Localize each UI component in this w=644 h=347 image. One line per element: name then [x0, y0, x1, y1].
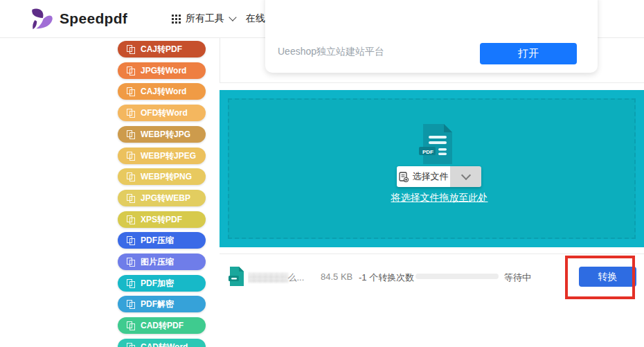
brand-name: Speedpdf: [60, 10, 127, 27]
open-button[interactable]: 打开: [480, 43, 577, 64]
sidebar-item-caj-to-pdf[interactable]: CAJ转PDF: [118, 41, 206, 57]
file-add-icon: [399, 172, 409, 182]
svg-text:PDF: PDF: [422, 149, 433, 155]
file-name: ▒▒▒▒▒▒▒么...: [248, 272, 319, 284]
convert-button[interactable]: 转换: [579, 267, 636, 287]
doc-convert-icon: [127, 215, 135, 224]
butterfly-logo-icon: [26, 7, 54, 30]
sidebar-item-webp-to-jpg[interactable]: WEBP转JPG: [118, 126, 206, 143]
chevron-down-icon: [460, 170, 470, 180]
choose-file-label: 选择文件: [413, 170, 449, 183]
sidebar-item-label: CAJ转Word: [141, 86, 186, 98]
conversion-quota: -1 个转换次数: [359, 272, 414, 284]
banner-divider: [220, 82, 644, 83]
content-left-divider: [220, 38, 220, 83]
choose-file-split-button: 选择文件: [397, 166, 481, 187]
ad-banner-card: Ueeshop独立站建站平台 打开: [265, 0, 598, 73]
doc-convert-icon: [127, 45, 135, 54]
file-size: 84.5 KB: [321, 272, 352, 282]
sidebar-item-pdf-decrypt[interactable]: PDF解密: [118, 296, 206, 312]
doc-convert-icon: [127, 343, 135, 347]
sidebar-item-caj-to-word[interactable]: CAJ转Word: [118, 83, 206, 100]
sidebar-item-label: PDF压缩: [141, 235, 174, 247]
progress-bar: [415, 274, 499, 279]
sidebar-item-ofd-to-word[interactable]: OFD转Word: [118, 105, 206, 121]
file-name-tail: 么...: [287, 272, 304, 283]
sidebar-item-label: CAD转Word: [141, 341, 188, 347]
status-text: 等待中: [504, 272, 531, 284]
choose-file-dropdown-toggle[interactable]: [450, 166, 481, 187]
sidebar-item-xps-to-pdf[interactable]: XPS转PDF: [118, 211, 206, 228]
sidebar-item-cad-to-word[interactable]: CAD转Word: [118, 339, 206, 347]
doc-convert-icon: [127, 109, 135, 118]
doc-convert-icon: [127, 172, 135, 181]
sidebar-item-label: OFD转Word: [141, 107, 188, 119]
doc-convert-icon: [127, 152, 135, 161]
chevron-down-icon: [229, 13, 236, 21]
sidebar-item-label: 图片压缩: [141, 256, 174, 268]
document-icon: [229, 267, 244, 286]
upload-dropzone[interactable]: PDF 选择文件: [220, 90, 644, 247]
doc-convert-icon: [127, 87, 135, 96]
sidebar-item-image-compress[interactable]: 图片压缩: [118, 253, 206, 270]
speedpdf-page: Speedpdf 所有工具 在线转换 文库 压缩 安全 合并: [0, 0, 644, 347]
sidebar-item-label: PDF加密: [141, 278, 174, 290]
sidebar-item-webp-to-png[interactable]: WEBP转PNG: [118, 168, 206, 185]
sidebar-item-label: WEBP转JPG: [141, 129, 190, 141]
doc-convert-icon: [127, 130, 135, 139]
doc-convert-icon: [127, 321, 135, 330]
lock-doc-icon: [127, 300, 135, 309]
sidebar-item-label: WEBP转JPEG: [141, 150, 196, 162]
sidebar-item-label: JPG转WEBP: [141, 193, 190, 204]
sidebar-item-label: CAJ转PDF: [141, 44, 182, 55]
file-name-censored: ▒▒▒▒▒▒▒: [248, 272, 287, 283]
drop-hint-text[interactable]: 将选择文件拖放至此处: [220, 192, 644, 204]
ad-banner-text: Ueeshop独立站建站平台: [278, 46, 384, 58]
sidebar-item-pdf-encrypt[interactable]: PDF加密: [118, 275, 206, 292]
doc-convert-icon: [127, 258, 135, 267]
choose-file-button[interactable]: 选择文件: [397, 166, 450, 187]
sidebar-item-label: PDF解密: [141, 299, 174, 310]
queue-divider: [220, 253, 644, 254]
grid-icon: [172, 15, 174, 17]
pdf-file-icon: PDF: [419, 124, 455, 164]
lock-doc-icon: [127, 279, 135, 288]
sidebar-item-label: WEBP转PNG: [141, 171, 192, 183]
nav-label: 所有工具: [186, 12, 224, 25]
doc-convert-icon: [127, 194, 135, 203]
sidebar-item-label: JPG转Word: [141, 65, 186, 77]
sidebar-item-label: CAD转PDF: [141, 320, 184, 332]
brand-logo[interactable]: Speedpdf: [26, 7, 127, 30]
sidebar-item-pdf-compress[interactable]: PDF压缩: [118, 232, 206, 249]
sidebar-item-label: XPS转PDF: [141, 214, 182, 226]
doc-convert-icon: [127, 236, 135, 245]
nav-item-all-tools[interactable]: 所有工具: [172, 12, 235, 25]
sidebar-item-jpg-to-word[interactable]: JPG转Word: [118, 62, 206, 79]
sidebar-item-webp-to-jpeg[interactable]: WEBP转JPEG: [118, 148, 206, 164]
sidebar-item-jpg-to-webp[interactable]: JPG转WEBP: [118, 190, 206, 206]
doc-convert-icon: [127, 66, 135, 75]
sidebar-item-cad-to-pdf[interactable]: CAD转PDF: [118, 317, 206, 334]
